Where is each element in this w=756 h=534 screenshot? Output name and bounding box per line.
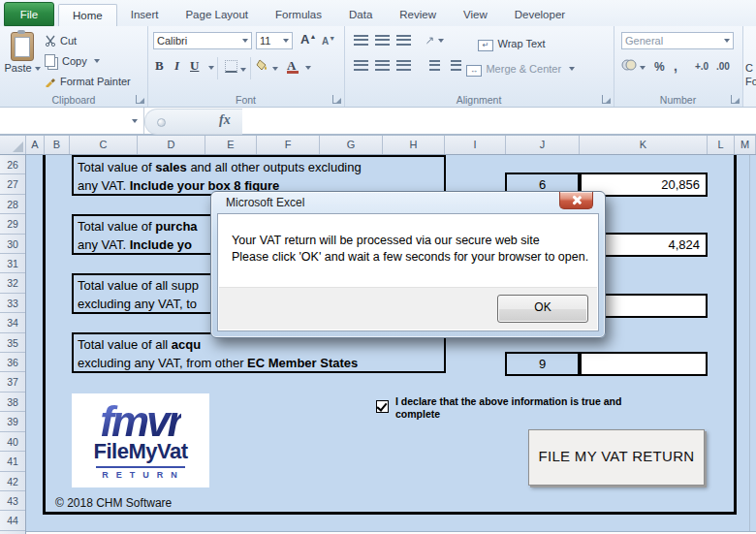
insert-function-button[interactable]: fx (219, 112, 231, 128)
paste-button[interactable]: Paste (4, 30, 41, 94)
column-header-B[interactable]: B (45, 136, 70, 154)
row-header-32[interactable]: 32 (0, 273, 25, 293)
formula-input[interactable] (242, 108, 756, 134)
alignment-dialog-launcher[interactable] (602, 95, 611, 104)
row-header-41[interactable]: 41 (0, 452, 25, 471)
column-header-L[interactable]: L (708, 136, 735, 154)
grow-font-button[interactable]: A▲ (300, 32, 316, 47)
ribbon-tab-data[interactable]: Data (335, 4, 386, 26)
scissors-icon (45, 35, 56, 47)
file-my-vat-return-button[interactable]: FILE MY VAT RETURN (528, 429, 705, 486)
row-header-26[interactable]: 26 (0, 155, 25, 174)
row-header-31[interactable]: 31 (0, 254, 25, 273)
row-header-30[interactable]: 30 (0, 235, 25, 254)
font-dialog-launcher[interactable] (332, 95, 341, 104)
merge-center-icon: ↔ (466, 65, 482, 77)
number-dialog-launcher[interactable] (731, 95, 740, 104)
row-header-27[interactable]: 27 (0, 174, 25, 194)
comma-style-button[interactable]: , (674, 58, 677, 74)
row-header-39[interactable]: 39 (0, 412, 25, 431)
row-header-34[interactable]: 34 (0, 313, 25, 332)
column-header-D[interactable]: D (138, 136, 205, 154)
orientation-dropdown-icon (438, 39, 444, 43)
font-name-combo[interactable]: Calibri (153, 32, 252, 49)
paste-dropdown-icon (35, 67, 41, 71)
copy-button[interactable]: Copy (43, 50, 145, 71)
formula-bar-divider: fx (144, 109, 242, 135)
row-header-28[interactable]: 28 (0, 195, 25, 214)
increase-decimal-button[interactable]: +.0 (695, 61, 709, 72)
font-size-combo[interactable]: 11 (256, 32, 293, 49)
ribbon-tab-review[interactable]: Review (386, 4, 450, 26)
italic-button[interactable]: I (174, 58, 179, 74)
bold-button[interactable]: B (155, 58, 164, 74)
font-color-button[interactable]: A (287, 58, 299, 74)
align-top-icon (354, 35, 368, 46)
underline-dropdown-icon[interactable] (208, 66, 214, 70)
column-header-G[interactable]: G (320, 136, 383, 154)
column-header-F[interactable]: F (257, 136, 320, 154)
row-header-40[interactable]: 40 (0, 432, 25, 452)
wrap-text-button[interactable]: ↵ Wrap Text (478, 34, 546, 51)
ok-button[interactable]: OK (497, 295, 588, 323)
column-header-E[interactable]: E (205, 136, 257, 154)
number-format-combo[interactable]: General (621, 32, 734, 49)
dialog-footer: OK (219, 287, 597, 330)
align-middle-button[interactable] (373, 32, 392, 48)
row-header-38[interactable]: 38 (0, 393, 25, 412)
ribbon-tab-insert[interactable]: Insert (117, 4, 173, 26)
column-header-C[interactable]: C (70, 136, 138, 154)
accounting-format-button[interactable] (621, 59, 646, 74)
align-bottom-button[interactable] (394, 32, 413, 48)
format-painter-button[interactable]: Format Painter (43, 71, 145, 91)
column-header-K[interactable]: K (580, 136, 708, 154)
cut-button[interactable]: Cut (43, 30, 145, 50)
ribbon-tab-formulas[interactable]: Formulas (262, 4, 335, 26)
declaration-checkbox[interactable] (376, 400, 389, 413)
row-header-43[interactable]: 43 (0, 491, 25, 511)
column-header-J[interactable]: J (506, 136, 580, 154)
percent-style-button[interactable]: % (654, 60, 665, 74)
column-header-M[interactable]: M (735, 136, 756, 154)
ribbon-tab-page-layout[interactable]: Page Layout (172, 4, 262, 26)
align-right-button[interactable] (394, 57, 413, 74)
vat-value-cell-4[interactable] (580, 352, 708, 376)
column-header-A[interactable]: A (26, 136, 45, 154)
align-top-button[interactable] (352, 32, 370, 48)
borders-button[interactable] (225, 60, 246, 76)
merge-center-button[interactable]: ↔ Merge & Center (466, 59, 575, 77)
select-all-corner[interactable] (0, 136, 26, 154)
close-icon (572, 196, 581, 204)
underline-button[interactable]: U (190, 58, 199, 74)
decrease-indent-button[interactable] (425, 57, 444, 74)
name-box-dropdown-icon (132, 119, 138, 123)
file-tab[interactable]: File (4, 2, 54, 26)
dialog-title[interactable]: Microsoft Excel (226, 196, 304, 209)
row-header-37[interactable]: 37 (0, 372, 25, 392)
column-header-I[interactable]: I (445, 136, 506, 154)
fill-color-button[interactable] (256, 59, 278, 75)
ribbon-tab-home[interactable]: Home (58, 4, 117, 26)
ribbon-tab-view[interactable]: View (450, 4, 501, 26)
orientation-button[interactable] (425, 32, 444, 48)
row-header-36[interactable]: 36 (0, 353, 25, 372)
row-header-44[interactable]: 44 (0, 511, 25, 530)
ribbon-tab-developer[interactable]: Developer (501, 4, 579, 26)
dialog-close-button[interactable] (559, 192, 593, 209)
copy-label: Copy (62, 55, 87, 67)
shrink-font-button[interactable]: A▼ (322, 35, 335, 47)
row-header-42[interactable]: 42 (0, 472, 25, 491)
column-header-H[interactable]: H (383, 136, 445, 154)
row-header-33[interactable]: 33 (0, 294, 25, 313)
row-header-35[interactable]: 35 (0, 333, 25, 353)
font-color-dropdown-icon[interactable] (305, 66, 311, 70)
clipboard-dialog-launcher[interactable] (136, 95, 144, 104)
align-left-button[interactable] (352, 57, 370, 74)
formula-bar-handle[interactable] (157, 118, 166, 127)
name-box[interactable] (0, 108, 144, 134)
increase-indent-button[interactable] (447, 57, 465, 74)
decrease-decimal-button[interactable]: .00 (716, 61, 730, 72)
align-center-button[interactable] (373, 57, 392, 74)
row-header-29[interactable]: 29 (0, 214, 25, 234)
vat-box-number-9[interactable]: 9 (505, 352, 580, 376)
